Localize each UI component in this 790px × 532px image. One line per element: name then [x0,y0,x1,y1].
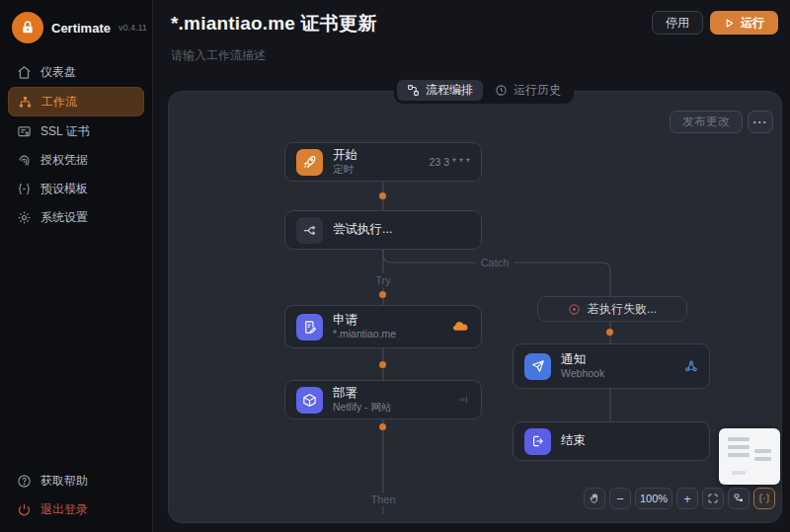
node-title: 结束 [561,433,586,449]
credentials-icon [17,153,32,168]
node-subtitle: 定时 [333,163,357,176]
node-end[interactable]: 结束 [513,421,710,461]
workflow-minimap[interactable] [719,428,780,485]
sidebar-item-label: 获取帮助 [40,473,88,490]
flow-editor-icon [407,84,420,97]
sidebar-footer: 获取帮助 退出登录 [8,466,144,524]
cron-expression: 23 3 * * * [430,156,470,168]
power-icon [17,502,32,517]
node-subtitle: Netlify - 网站 [333,401,392,414]
add-node-dot[interactable] [379,291,386,298]
zoom-in-button[interactable]: + [676,488,698,509]
page-title: *.miantiao.me 证书更新 [171,11,376,37]
sidebar-item-label: SSL 证书 [40,123,90,140]
node-subtitle: *.miantiao.me [333,328,396,341]
rocket-icon [296,149,323,176]
fit-view-button[interactable] [702,488,724,509]
sidebar-item-label: 退出登录 [40,501,88,518]
app-version: v0.4.11 [118,23,147,33]
zoom-out-button[interactable]: − [609,488,631,509]
sidebar-item-label: 仪表盘 [40,64,76,81]
add-node-dot[interactable] [379,361,386,368]
workflow-description-placeholder[interactable]: 请输入工作流描述 [171,47,778,64]
more-options-button[interactable]: ··· [748,111,773,133]
node-start[interactable]: 开始 定时 23 3 * * * [284,142,482,182]
pan-hand-button[interactable] [584,488,605,509]
certificate-apply-icon [296,314,323,341]
workflow-icon [18,95,33,110]
provider-dim-icon [456,394,470,406]
sidebar-item-preset-templates[interactable]: 预设模板 [8,175,144,202]
tab-flow-editor[interactable]: 流程编排 [397,80,483,101]
add-node-dot[interactable] [379,192,386,199]
node-title: 若执行失败... [588,301,657,318]
publish-changes-button[interactable]: 发布更改 [670,111,743,133]
sidebar-item-label: 授权凭据 [40,152,88,169]
deploy-box-icon [296,387,323,414]
branch-label-then: Then [365,493,400,506]
tab-run-history[interactable]: 运行历史 [485,80,571,101]
template-icon [17,182,32,196]
view-tabbar: 流程编排 运行历史 [394,77,574,104]
sidebar-item-label: 系统设置 [40,209,88,226]
workflow-canvas[interactable]: 发布更改 ··· Try Catch Then [168,91,782,523]
branch-fork-icon [296,217,323,244]
canvas-toolbar: − 100% + [584,488,775,509]
run-workflow-button[interactable]: 运行 [710,11,778,35]
node-subtitle: Webhook [561,367,604,380]
app-name: Certimate [51,21,111,36]
sidebar-item-ssl-certificates[interactable]: SSL 证书 [8,117,144,145]
node-title: 尝试执行... [333,222,392,238]
sidebar-nav: 仪表盘 工作流 SSL 证书 授权凭据 [8,58,144,231]
webhook-icon [684,359,698,373]
node-try-block[interactable]: 尝试执行... [284,210,482,250]
node-apply-certificate[interactable]: 申请 *.miantiao.me [284,305,482,348]
branch-label-catch: Catch [476,256,514,269]
minimap-toggle-button[interactable] [753,488,775,509]
sidebar-item-label: 预设模板 [40,181,88,197]
node-deploy[interactable]: 部署 Netlify - 网站 [284,380,482,419]
disable-workflow-button[interactable]: 停用 [652,11,703,35]
history-clock-icon [495,84,508,97]
sidebar-item-dashboard[interactable]: 仪表盘 [8,58,144,86]
send-plane-icon [524,353,551,380]
add-node-dot[interactable] [606,329,613,336]
node-title: 通知 [561,352,604,368]
sidebar-item-system-settings[interactable]: 系统设置 [8,203,144,231]
node-notify[interactable]: 通知 Webhook [513,343,710,389]
sidebar: Certimate v0.4.11 仪表盘 工作流 SSL 证书 [0,0,153,532]
app-logo: Certimate v0.4.11 [8,10,144,57]
auto-layout-button[interactable] [728,488,750,509]
sidebar-item-get-help[interactable]: 获取帮助 [8,467,144,494]
sidebar-item-label: 工作流 [41,94,77,111]
end-exit-icon [524,428,551,455]
sidebar-item-access-credentials[interactable]: 授权凭据 [8,146,144,174]
sidebar-item-workflows[interactable]: 工作流 [8,87,144,116]
node-title: 部署 [333,386,392,402]
node-on-failure[interactable]: 若执行失败... [537,296,687,322]
node-title: 申请 [333,313,396,329]
failure-record-icon [568,303,581,316]
certificate-icon [17,124,32,139]
certimate-lock-icon [12,12,43,43]
cloudflare-icon [452,321,470,333]
help-icon [17,474,32,489]
node-title: 开始 [333,148,357,164]
app-window: Certimate v0.4.11 仪表盘 工作流 SSL 证书 [0,0,790,532]
sidebar-item-logout[interactable]: 退出登录 [8,495,144,523]
settings-gear-icon [17,210,32,225]
zoom-level-button[interactable]: 100% [635,488,672,509]
page-header: *.miantiao.me 证书更新 停用 运行 请输入工作流描述 [153,0,790,64]
home-icon [17,65,32,80]
add-node-dot[interactable] [379,423,386,430]
branch-label-try: Try [370,273,395,287]
play-icon [724,18,735,29]
